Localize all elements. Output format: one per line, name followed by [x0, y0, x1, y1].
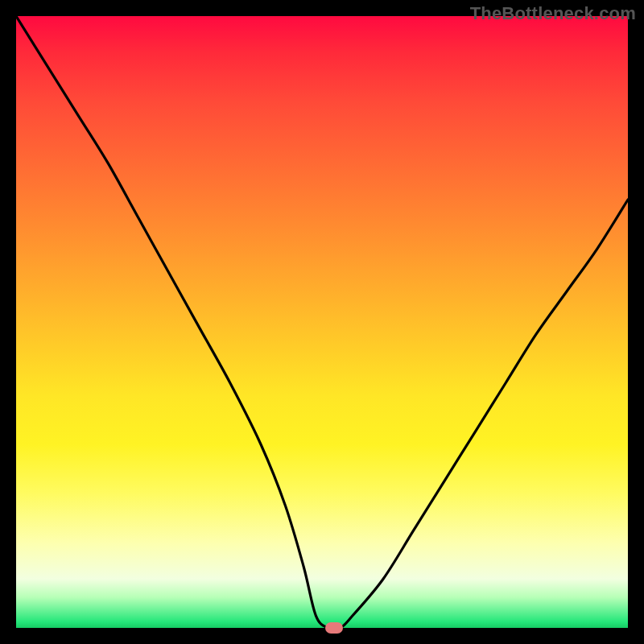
curve-path: [16, 16, 628, 628]
bottleneck-curve: [16, 16, 628, 628]
chart-frame: TheBottleneck.com: [0, 0, 644, 644]
bottleneck-plot-area: [16, 16, 628, 628]
watermark-text: TheBottleneck.com: [470, 3, 636, 24]
optimal-marker: [325, 622, 343, 634]
